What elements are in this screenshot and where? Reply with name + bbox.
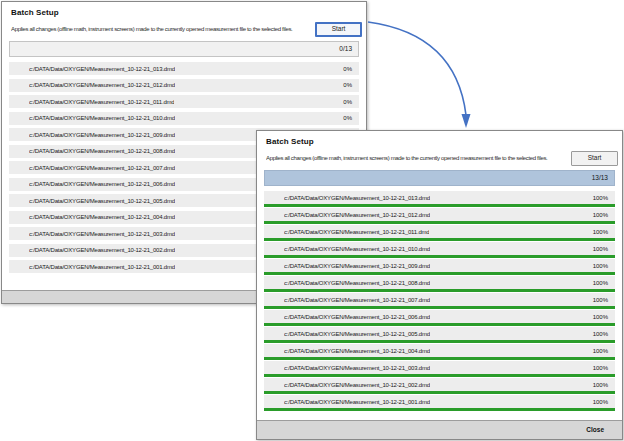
- file-row: c:/DATA/Data/OXYGEN/Measurement_10-12-21…: [264, 378, 615, 394]
- screenshot-stage: Batch Setup Applies all changes (offline…: [0, 0, 624, 441]
- file-path: c:/DATA/Data/OXYGEN/Measurement_10-12-21…: [29, 181, 175, 187]
- file-progress-bar: [264, 306, 615, 309]
- file-path: c:/DATA/Data/OXYGEN/Measurement_10-12-21…: [284, 229, 429, 235]
- file-progress-percent: 100%: [587, 348, 608, 354]
- file-progress-percent: 100%: [587, 195, 608, 201]
- file-row: c:/DATA/Data/OXYGEN/Measurement_10-12-21…: [9, 112, 359, 125]
- file-path: c:/DATA/Data/OXYGEN/Measurement_10-12-21…: [29, 214, 175, 220]
- file-path: c:/DATA/Data/OXYGEN/Measurement_10-12-21…: [284, 331, 430, 337]
- arrowhead-icon: [462, 114, 471, 128]
- file-progress-bar: [264, 374, 615, 377]
- file-progress-percent: 0%: [337, 99, 352, 105]
- file-progress-bar: [264, 340, 615, 343]
- file-path: c:/DATA/Data/OXYGEN/Measurement_10-12-21…: [284, 314, 430, 320]
- file-progress-percent: 0%: [337, 82, 352, 88]
- file-path: c:/DATA/Data/OXYGEN/Measurement_10-12-21…: [29, 132, 175, 138]
- file-row: c:/DATA/Data/OXYGEN/Measurement_10-12-21…: [264, 344, 615, 360]
- file-path: c:/DATA/Data/OXYGEN/Measurement_10-12-21…: [29, 231, 175, 237]
- dialog-title: Batch Setup: [266, 137, 622, 146]
- file-path: c:/DATA/Data/OXYGEN/Measurement_10-12-21…: [284, 246, 430, 252]
- file-row: c:/DATA/Data/OXYGEN/Measurement_10-12-21…: [264, 310, 615, 326]
- overall-progress-count: 13/13: [592, 171, 608, 185]
- file-row: c:/DATA/Data/OXYGEN/Measurement_10-12-21…: [264, 225, 615, 241]
- dialog-description: Applies all changes (offline math, instr…: [266, 155, 571, 161]
- file-path: c:/DATA/Data/OXYGEN/Measurement_10-12-21…: [29, 247, 175, 253]
- file-row: c:/DATA/Data/OXYGEN/Measurement_10-12-21…: [264, 276, 615, 292]
- file-progress-percent: 100%: [587, 297, 608, 303]
- file-path: c:/DATA/Data/OXYGEN/Measurement_10-12-21…: [284, 297, 430, 303]
- file-path: c:/DATA/Data/OXYGEN/Measurement_10-12-21…: [284, 263, 430, 269]
- file-path: c:/DATA/Data/OXYGEN/Measurement_10-12-21…: [284, 399, 430, 405]
- file-progress-bar: [264, 238, 615, 241]
- file-progress-bar: [264, 255, 615, 258]
- file-path: c:/DATA/Data/OXYGEN/Measurement_10-12-21…: [29, 148, 175, 154]
- file-row: c:/DATA/Data/OXYGEN/Measurement_10-12-21…: [264, 395, 615, 411]
- dialog-footer: Close: [257, 420, 622, 439]
- file-progress-percent: 100%: [587, 229, 608, 235]
- file-progress-percent: 100%: [587, 382, 608, 388]
- file-path: c:/DATA/Data/OXYGEN/Measurement_10-12-21…: [29, 82, 175, 88]
- annotation-arrow: [358, 14, 473, 132]
- file-path: c:/DATA/Data/OXYGEN/Measurement_10-12-21…: [29, 66, 175, 72]
- file-row: c:/DATA/Data/OXYGEN/Measurement_10-12-21…: [264, 361, 615, 377]
- description-row: Applies all changes (offline math, instr…: [266, 150, 618, 166]
- file-row: c:/DATA/Data/OXYGEN/Measurement_10-12-21…: [264, 191, 615, 207]
- start-button[interactable]: Start: [571, 151, 618, 166]
- file-progress-percent: 0%: [337, 66, 352, 72]
- close-button[interactable]: Close: [580, 427, 622, 434]
- file-path: c:/DATA/Data/OXYGEN/Measurement_10-12-21…: [29, 115, 175, 121]
- overall-progress-bar: 13/13: [264, 170, 615, 186]
- file-progress-bar: [264, 272, 615, 275]
- file-row: c:/DATA/Data/OXYGEN/Measurement_10-12-21…: [264, 327, 615, 343]
- file-progress-percent: 100%: [587, 280, 608, 286]
- file-row: c:/DATA/Data/OXYGEN/Measurement_10-12-21…: [264, 259, 615, 275]
- file-progress-percent: 0%: [337, 115, 352, 121]
- overall-progress-count: 0/13: [339, 42, 352, 56]
- file-path: c:/DATA/Data/OXYGEN/Measurement_10-12-21…: [284, 212, 430, 218]
- file-list: c:/DATA/Data/OXYGEN/Measurement_10-12-21…: [264, 191, 615, 411]
- batch-setup-window-complete: Batch Setup Applies all changes (offline…: [256, 130, 623, 440]
- file-progress-bar: [264, 323, 615, 326]
- file-path: c:/DATA/Data/OXYGEN/Measurement_10-12-21…: [284, 365, 430, 371]
- file-progress-bar: [264, 221, 615, 224]
- file-path: c:/DATA/Data/OXYGEN/Measurement_10-12-21…: [284, 348, 430, 354]
- dialog-title: Batch Setup: [11, 8, 366, 17]
- file-path: c:/DATA/Data/OXYGEN/Measurement_10-12-21…: [29, 198, 175, 204]
- file-row: c:/DATA/Data/OXYGEN/Measurement_10-12-21…: [264, 293, 615, 309]
- file-path: c:/DATA/Data/OXYGEN/Measurement_10-12-21…: [29, 99, 174, 105]
- file-progress-percent: 100%: [587, 331, 608, 337]
- file-progress-bar: [264, 204, 615, 207]
- start-button[interactable]: Start: [315, 22, 362, 37]
- file-path: c:/DATA/Data/OXYGEN/Measurement_10-12-21…: [284, 280, 430, 286]
- file-progress-bar: [264, 391, 615, 394]
- file-progress-bar: [264, 357, 615, 360]
- file-row: c:/DATA/Data/OXYGEN/Measurement_10-12-21…: [264, 208, 615, 224]
- dialog-description: Applies all changes (offline math, instr…: [11, 26, 315, 32]
- file-row: c:/DATA/Data/OXYGEN/Measurement_10-12-21…: [9, 95, 359, 108]
- file-progress-bar: [264, 408, 615, 411]
- overall-progress-bar: 0/13: [9, 41, 359, 57]
- file-progress-percent: 100%: [587, 263, 608, 269]
- file-row: c:/DATA/Data/OXYGEN/Measurement_10-12-21…: [9, 62, 359, 75]
- file-progress-percent: 100%: [587, 212, 608, 218]
- description-row: Applies all changes (offline math, instr…: [11, 21, 362, 37]
- file-path: c:/DATA/Data/OXYGEN/Measurement_10-12-21…: [29, 165, 175, 171]
- file-row: c:/DATA/Data/OXYGEN/Measurement_10-12-21…: [9, 79, 359, 92]
- file-path: c:/DATA/Data/OXYGEN/Measurement_10-12-21…: [284, 382, 430, 388]
- file-path: c:/DATA/Data/OXYGEN/Measurement_10-12-21…: [284, 195, 430, 201]
- file-row: c:/DATA/Data/OXYGEN/Measurement_10-12-21…: [264, 242, 615, 258]
- file-progress-percent: 100%: [587, 246, 608, 252]
- file-progress-percent: 100%: [587, 314, 608, 320]
- file-path: c:/DATA/Data/OXYGEN/Measurement_10-12-21…: [29, 264, 175, 270]
- file-progress-percent: 100%: [587, 365, 608, 371]
- file-progress-percent: 100%: [587, 399, 608, 405]
- file-progress-bar: [264, 289, 615, 292]
